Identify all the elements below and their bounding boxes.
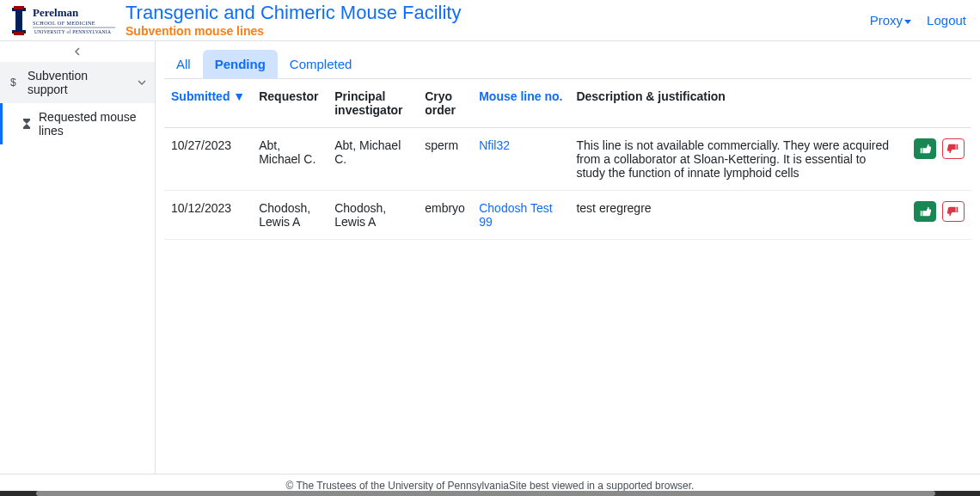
tabs: All Pending Completed — [164, 50, 971, 79]
column-submitted-sort[interactable]: Submitted ▼ — [171, 89, 245, 103]
horizontal-scrollbar[interactable] — [0, 491, 980, 496]
topbar: Perelman SCHOOL OF MEDICINE UNIVERSITY o… — [0, 0, 980, 41]
mouse-line-link[interactable]: Nfil32 — [479, 138, 510, 152]
cell-submitted: 10/27/2023 — [164, 128, 252, 191]
caret-down-icon — [904, 20, 911, 24]
chevron-left-icon — [73, 47, 82, 56]
proxy-dropdown[interactable]: Proxy — [870, 13, 911, 28]
dollar-icon: $ — [9, 77, 21, 89]
tab-all[interactable]: All — [164, 50, 203, 78]
column-requestor: Requestor — [252, 79, 328, 128]
svg-text:SCHOOL OF MEDICINE: SCHOOL OF MEDICINE — [33, 20, 95, 26]
sidebar-item-requested-mouse-lines[interactable]: Requested mouse lines — [0, 103, 155, 144]
page-title: Transgenic and Chimeric Mouse Facility — [126, 2, 461, 24]
cell-pi: Chodosh, Lewis A — [328, 191, 418, 240]
tab-pending[interactable]: Pending — [203, 50, 278, 78]
scrollbar-thumb[interactable] — [36, 491, 935, 496]
title-block: Transgenic and Chimeric Mouse Facility S… — [126, 2, 461, 39]
sidebar-item-label: Subvention support — [28, 69, 131, 96]
layout: $ Subvention support Requested mouse lin… — [0, 41, 980, 474]
svg-text:$: $ — [10, 77, 16, 89]
cell-requestor: Abt, Michael C. — [252, 128, 328, 191]
column-description: Description & justification — [569, 79, 903, 128]
thumbs-down-icon — [947, 143, 959, 155]
reject-button[interactable] — [942, 138, 965, 159]
main-content: All Pending Completed Submitted ▼ Reques… — [156, 41, 980, 474]
chevron-down-icon — [138, 76, 146, 89]
svg-text:Perelman: Perelman — [33, 6, 79, 19]
logout-link[interactable]: Logout — [927, 13, 966, 28]
sidebar-collapse-button[interactable] — [0, 41, 155, 62]
page-subtitle: Subvention mouse lines — [126, 24, 461, 39]
requests-table: Submitted ▼ Requestor Principal investig… — [164, 79, 971, 240]
column-cryo: Cryo order — [418, 79, 472, 128]
approve-button[interactable] — [914, 138, 936, 159]
cell-cryo: sperm — [418, 128, 472, 191]
mouse-line-link[interactable]: Chodosh Test 99 — [479, 201, 552, 229]
thumbs-up-icon — [919, 205, 931, 217]
thumbs-down-icon — [947, 205, 959, 217]
table-row: 10/27/2023 Abt, Michael C. Abt, Michael … — [164, 128, 971, 191]
cell-requestor: Chodosh, Lewis A — [252, 191, 328, 240]
cell-cryo: embryo — [418, 191, 472, 240]
perelman-logo: Perelman SCHOOL OF MEDICINE UNIVERSITY o… — [7, 4, 117, 37]
topbar-left: Perelman SCHOOL OF MEDICINE UNIVERSITY o… — [7, 2, 461, 39]
approve-button[interactable] — [914, 201, 936, 222]
topbar-right: Proxy Logout — [870, 13, 973, 28]
sidebar-item-label: Requested mouse lines — [39, 110, 146, 138]
hourglass-icon — [21, 118, 32, 130]
cell-description: test eregregre — [569, 191, 903, 240]
footer-text: © The Trustees of the University of Penn… — [286, 480, 695, 492]
table-row: 10/12/2023 Chodosh, Lewis A Chodosh, Lew… — [164, 191, 971, 240]
cell-submitted: 10/12/2023 — [164, 191, 252, 240]
cell-pi: Abt, Michael C. — [328, 128, 418, 191]
tab-completed[interactable]: Completed — [278, 50, 364, 78]
column-mouse-line-sort[interactable]: Mouse line no. — [479, 89, 562, 103]
column-pi: Principal investigator — [328, 79, 418, 128]
proxy-label: Proxy — [870, 13, 903, 28]
thumbs-up-icon — [919, 143, 931, 155]
reject-button[interactable] — [942, 201, 965, 222]
cell-description: This line is not available commercially.… — [569, 128, 903, 191]
svg-text:UNIVERSITY of PENNSYLVANIA: UNIVERSITY of PENNSYLVANIA — [34, 29, 111, 34]
sidebar: $ Subvention support Requested mouse lin… — [0, 41, 156, 474]
sidebar-item-subvention-support[interactable]: $ Subvention support — [0, 62, 155, 103]
column-actions — [903, 79, 971, 128]
